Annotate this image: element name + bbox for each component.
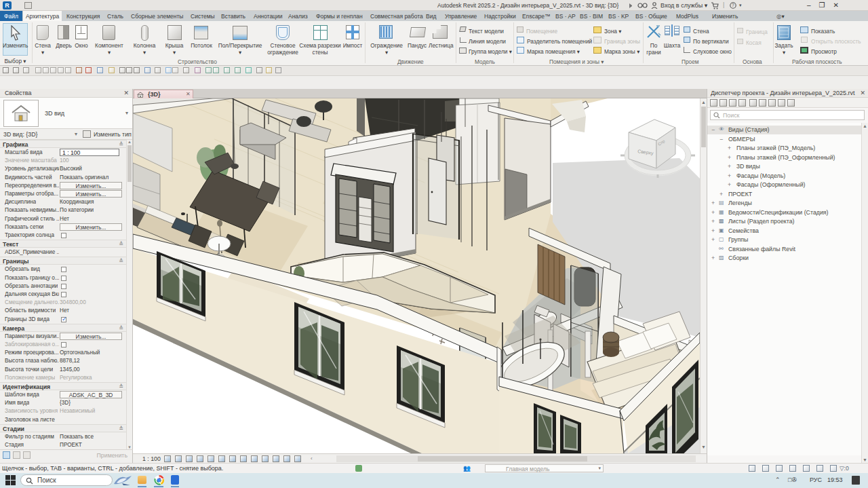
svg-text:?: ? [732, 3, 734, 7]
